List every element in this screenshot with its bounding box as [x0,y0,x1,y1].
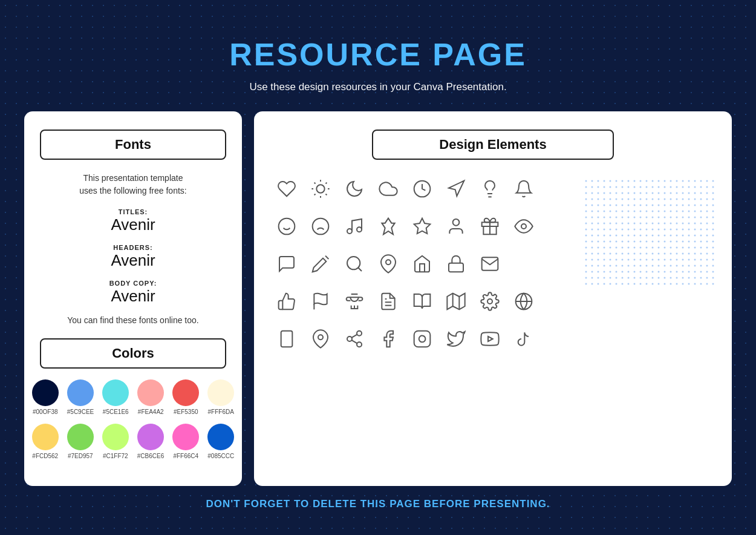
svg-line-8 [325,183,327,184]
icon-row-5 [270,322,577,356]
color-swatch-item: #CB6CE6 [137,424,164,459]
color-circle [172,379,199,406]
color-hex-label: #FEA4A2 [138,409,164,415]
color-circle [102,379,129,406]
titles-font-entry: TITLES: Avenir [40,208,226,234]
megaphone-icon [439,172,473,206]
main-content: Fonts This presentation template uses th… [24,111,732,486]
icon-row-1 [270,172,577,206]
color-hex-label: #5CE1E6 [103,409,129,415]
icon-row-3 [270,247,577,281]
color-hex-label: #FFF6DA [208,409,234,415]
svg-line-3 [314,183,316,184]
svg-rect-53 [583,178,716,287]
svg-rect-41 [281,331,293,347]
body-font-name: Avenir [40,287,226,306]
settings-icon [473,284,507,318]
frown-icon [304,209,337,243]
color-swatch-item: #EF5350 [172,379,199,415]
color-swatch-item: #FF66C4 [172,424,199,459]
pencil-icon [304,247,337,281]
color-swatch-item: #FFF6DA [207,379,234,415]
svg-point-44 [357,331,362,336]
search-icon [337,247,371,281]
color-circle [137,424,164,450]
svg-line-7 [314,194,316,195]
color-circle [172,424,199,450]
color-swatch-item: #00OF38 [32,379,59,415]
lock-icon [439,247,473,281]
star-icon [405,209,439,243]
color-hex-label: #FF66C4 [173,453,198,459]
moon-icon [337,172,371,206]
color-swatch-item: #7ED957 [67,424,94,459]
instagram-icon [405,322,439,356]
svg-point-45 [347,336,352,341]
svg-point-46 [357,342,362,347]
color-hex-label: #00OF38 [33,409,58,415]
tiktok-icon [507,322,541,356]
svg-point-26 [347,257,360,269]
heart-icon [270,172,304,206]
color-circle [137,379,164,406]
icon-row-2 [270,209,577,243]
body-font-entry: BODY COPY: Avenir [40,280,226,306]
icons-grid [270,172,577,359]
headers-font-name: Avenir [40,251,226,270]
fonts-description: This presentation template uses the foll… [40,172,226,197]
chat-icon [270,247,304,281]
thumbsup-icon [270,284,304,318]
facebook-icon [371,322,405,356]
svg-point-38 [487,299,492,304]
smile-icon [270,209,304,243]
eye-icon [507,209,541,243]
color-circle [102,424,129,450]
twitter-icon [439,322,473,356]
trophy-icon [337,284,371,318]
color-swatch-item: #5C9CEE [67,379,94,415]
color-row-1: #00OF38#5C9CEE#5CE1E6#FEA4A2#EF5350#FFF6… [40,379,226,415]
share-icon [337,322,371,356]
svg-line-48 [351,335,357,338]
svg-point-19 [357,227,362,232]
color-circle [67,379,94,406]
empty-icon [507,247,541,281]
fonts-header: Fonts [40,130,226,160]
svg-rect-29 [449,263,463,272]
svg-line-4 [325,194,327,195]
smartphone-icon [270,322,304,356]
svg-point-28 [386,260,391,264]
lightbulb-icon [473,172,507,206]
right-panel: Design Elements [254,111,732,486]
color-circle [67,424,94,450]
clock-icon [405,172,439,206]
book-icon [405,284,439,318]
svg-line-47 [351,340,357,343]
sun-icon [304,172,337,206]
svg-line-25 [325,256,328,259]
svg-point-15 [313,218,329,235]
body-label: BODY COPY: [40,280,226,287]
fonts-footer: You can find these fonts online too. [40,315,226,325]
icon-row-4 [270,284,577,318]
music-icon [337,209,371,243]
bell-icon [507,172,541,206]
design-elements-header: Design Elements [372,130,614,160]
colors-header: Colors [40,338,226,369]
globe-icon [507,284,541,318]
color-circle [32,424,59,450]
gift-icon [473,209,507,243]
color-hex-label: #C1FF72 [103,453,128,459]
mail-icon [473,247,507,281]
rocket-icon [371,209,405,243]
color-row-2: #FCD562#7ED957#C1FF72#CB6CE6#FF66C4#085C… [40,424,226,459]
color-circle [207,424,234,450]
headers-label: HEADERS: [40,244,226,251]
left-panel: Fonts This presentation template uses th… [24,111,242,486]
color-hex-label: #7ED957 [68,453,93,459]
footer-text: DON'T FORGET TO DELETE THIS PAGE BEFORE … [206,498,550,510]
svg-rect-49 [414,331,431,347]
map-icon [439,284,473,318]
user-icon [439,209,473,243]
cloud-icon [371,172,405,206]
